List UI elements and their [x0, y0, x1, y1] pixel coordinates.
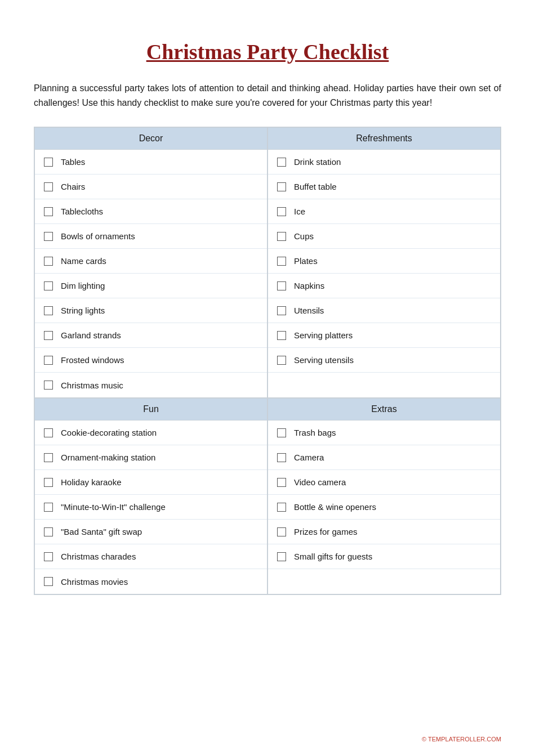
- section-fun: Fun Cookie-decorating station Ornament-m…: [34, 398, 268, 594]
- item-label: Bowls of ornaments: [61, 231, 135, 241]
- list-item[interactable]: Utensils: [268, 298, 500, 323]
- checkbox[interactable]: [44, 281, 53, 290]
- checkbox[interactable]: [277, 527, 286, 536]
- list-item[interactable]: Tables: [35, 150, 267, 175]
- list-item[interactable]: Bowls of ornaments: [35, 224, 267, 249]
- section-header-refreshments: Refreshments: [268, 128, 500, 150]
- list-item[interactable]: Christmas charades: [35, 544, 267, 569]
- checkbox[interactable]: [277, 232, 286, 241]
- checkbox[interactable]: [44, 453, 53, 462]
- checkbox[interactable]: [277, 356, 286, 365]
- list-item[interactable]: Trash bags: [268, 421, 500, 445]
- checklist-grid: Decor Tables Chairs Tablecloths Bowls of…: [34, 127, 501, 595]
- list-item[interactable]: Frosted windows: [35, 348, 267, 373]
- checkbox[interactable]: [277, 257, 286, 266]
- checkbox[interactable]: [277, 306, 286, 315]
- item-label: Prizes for games: [294, 527, 358, 536]
- item-label: Napkins: [294, 281, 324, 290]
- list-item[interactable]: Small gifts for guests: [268, 544, 500, 569]
- checkbox[interactable]: [44, 552, 53, 561]
- item-label: Drink station: [294, 157, 341, 167]
- list-item[interactable]: Plates: [268, 249, 500, 274]
- section-decor: Decor Tables Chairs Tablecloths Bowls of…: [34, 127, 268, 398]
- item-label: Buffet table: [294, 182, 337, 191]
- list-item[interactable]: Prizes for games: [268, 520, 500, 544]
- item-label: Name cards: [61, 256, 106, 266]
- list-item[interactable]: Camera: [268, 445, 500, 470]
- list-item[interactable]: Chairs: [35, 175, 267, 199]
- checkbox[interactable]: [277, 331, 286, 340]
- list-item[interactable]: Ornament-making station: [35, 445, 267, 470]
- checkbox[interactable]: [44, 232, 53, 241]
- list-item[interactable]: Cups: [268, 224, 500, 249]
- checkbox[interactable]: [277, 503, 286, 512]
- checkbox[interactable]: [277, 428, 286, 437]
- list-item[interactable]: Serving utensils: [268, 348, 500, 373]
- checkbox[interactable]: [277, 158, 286, 167]
- item-label: String lights: [61, 306, 105, 315]
- section-header-fun: Fun: [35, 399, 267, 421]
- list-item[interactable]: String lights: [35, 298, 267, 323]
- checkbox[interactable]: [277, 552, 286, 561]
- list-item[interactable]: Tablecloths: [35, 199, 267, 224]
- empty-spacer: [268, 373, 500, 397]
- list-item[interactable]: Holiday karaoke: [35, 470, 267, 495]
- checkbox[interactable]: [44, 257, 53, 266]
- item-label: Serving platters: [294, 330, 353, 340]
- checkbox[interactable]: [44, 428, 53, 437]
- item-label: Cookie-decorating station: [61, 428, 157, 437]
- list-item[interactable]: Dim lighting: [35, 274, 267, 298]
- item-label: Holiday karaoke: [61, 477, 122, 487]
- checkbox[interactable]: [44, 527, 53, 536]
- checkbox[interactable]: [277, 182, 286, 191]
- item-label: Christmas charades: [61, 552, 136, 561]
- empty-spacer: [268, 569, 500, 594]
- list-item[interactable]: "Bad Santa" gift swap: [35, 520, 267, 544]
- checkbox[interactable]: [277, 478, 286, 487]
- checkbox[interactable]: [44, 478, 53, 487]
- checkbox[interactable]: [44, 158, 53, 167]
- item-label: Tables: [61, 157, 85, 167]
- list-item[interactable]: Bottle & wine openers: [268, 495, 500, 520]
- item-label: Ice: [294, 207, 305, 216]
- checkbox[interactable]: [277, 281, 286, 290]
- checkbox[interactable]: [277, 453, 286, 462]
- checkbox[interactable]: [44, 306, 53, 315]
- list-item[interactable]: Buffet table: [268, 175, 500, 199]
- item-label: Ornament-making station: [61, 453, 155, 462]
- list-item[interactable]: Video camera: [268, 470, 500, 495]
- list-item[interactable]: Cookie-decorating station: [35, 421, 267, 445]
- list-item[interactable]: Christmas music: [35, 373, 267, 397]
- checkbox[interactable]: [44, 331, 53, 340]
- list-item[interactable]: Ice: [268, 199, 500, 224]
- item-label: Small gifts for guests: [294, 552, 372, 561]
- checkbox[interactable]: [44, 503, 53, 512]
- item-label: Frosted windows: [61, 355, 124, 365]
- section-header-extras: Extras: [268, 399, 500, 421]
- item-label: Serving utensils: [294, 355, 354, 365]
- checkbox[interactable]: [44, 381, 53, 390]
- checkbox[interactable]: [44, 182, 53, 191]
- item-label: Dim lighting: [61, 281, 105, 290]
- item-label: Chairs: [61, 182, 85, 191]
- list-item[interactable]: Christmas movies: [35, 569, 267, 594]
- checkbox[interactable]: [44, 207, 53, 216]
- checkbox[interactable]: [44, 577, 53, 586]
- list-item[interactable]: "Minute-to-Win-It" challenge: [35, 495, 267, 520]
- item-label: Christmas music: [61, 381, 123, 390]
- list-item[interactable]: Napkins: [268, 274, 500, 298]
- list-item[interactable]: Serving platters: [268, 323, 500, 348]
- section-header-decor: Decor: [35, 128, 267, 150]
- intro-paragraph: Planning a successful party takes lots o…: [34, 81, 501, 110]
- item-label: Camera: [294, 453, 324, 462]
- footer-copyright: © TEMPLATEROLLER.COM: [422, 736, 501, 742]
- checkbox[interactable]: [44, 356, 53, 365]
- item-label: Utensils: [294, 306, 324, 315]
- list-item[interactable]: Drink station: [268, 150, 500, 175]
- list-item[interactable]: Garland strands: [35, 323, 267, 348]
- item-label: Trash bags: [294, 428, 336, 437]
- page-title: Christmas Party Checklist: [34, 39, 501, 64]
- checkbox[interactable]: [277, 207, 286, 216]
- item-label: Video camera: [294, 477, 346, 487]
- list-item[interactable]: Name cards: [35, 249, 267, 274]
